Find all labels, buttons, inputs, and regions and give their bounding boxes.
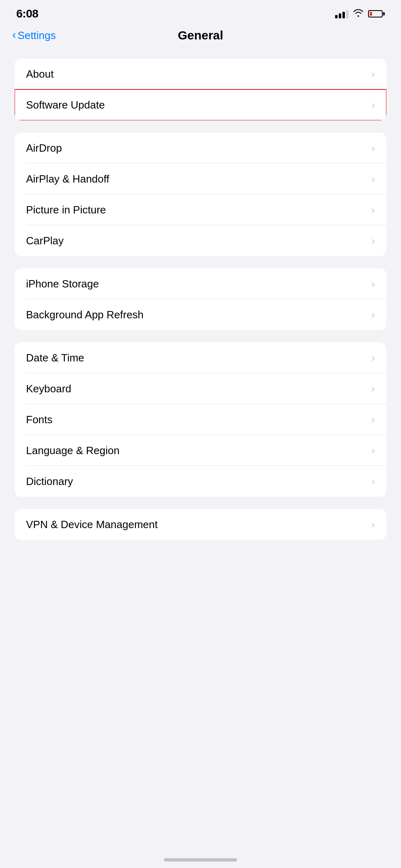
signal-bar-4: [346, 10, 349, 18]
row-keyboard[interactable]: Keyboard ›: [15, 373, 386, 404]
background-app-refresh-label: Background App Refresh: [26, 309, 144, 321]
section-vpn: VPN & Device Management ›: [15, 509, 386, 540]
software-update-chevron-icon: ›: [371, 99, 375, 111]
row-background-app-refresh[interactable]: Background App Refresh ›: [15, 299, 386, 330]
dictionary-label: Dictionary: [26, 475, 73, 488]
row-picture-in-picture[interactable]: Picture in Picture ›: [15, 194, 386, 225]
back-chevron-icon: ‹: [12, 29, 16, 41]
row-vpn-device-management[interactable]: VPN & Device Management ›: [15, 509, 386, 540]
nav-bar: ‹ Settings General: [0, 24, 401, 50]
wifi-icon: [353, 8, 364, 20]
keyboard-label: Keyboard: [26, 383, 71, 395]
vpn-device-management-label: VPN & Device Management: [26, 518, 158, 531]
about-label: About: [26, 68, 54, 80]
row-language-region[interactable]: Language & Region ›: [15, 435, 386, 466]
iphone-storage-label: iPhone Storage: [26, 278, 99, 290]
signal-bars-icon: [335, 9, 349, 18]
dictionary-chevron-icon: ›: [371, 475, 375, 488]
iphone-storage-chevron-icon: ›: [371, 278, 375, 290]
status-bar: 6:08: [0, 0, 401, 24]
row-airplay-handoff[interactable]: AirPlay & Handoff ›: [15, 163, 386, 194]
picture-in-picture-chevron-icon: ›: [371, 204, 375, 216]
battery-body: [368, 10, 383, 17]
status-time: 6:08: [16, 7, 38, 20]
picture-in-picture-label: Picture in Picture: [26, 204, 106, 216]
row-iphone-storage[interactable]: iPhone Storage ›: [15, 268, 386, 299]
signal-bar-2: [339, 13, 341, 18]
section-storage: iPhone Storage › Background App Refresh …: [15, 268, 386, 330]
row-dictionary[interactable]: Dictionary ›: [15, 466, 386, 497]
fonts-label: Fonts: [26, 413, 52, 426]
date-time-chevron-icon: ›: [371, 352, 375, 364]
background-app-refresh-chevron-icon: ›: [371, 309, 375, 321]
language-region-label: Language & Region: [26, 444, 120, 457]
page-title: General: [178, 28, 223, 42]
battery-icon: [368, 10, 385, 17]
row-date-time[interactable]: Date & Time ›: [15, 342, 386, 373]
row-about[interactable]: About ›: [15, 59, 386, 89]
airplay-handoff-label: AirPlay & Handoff: [26, 173, 109, 185]
settings-content: About › Software Update › AirDrop › AirP…: [0, 50, 401, 560]
back-button[interactable]: ‹ Settings: [12, 29, 56, 42]
fonts-chevron-icon: ›: [371, 413, 375, 426]
row-fonts[interactable]: Fonts ›: [15, 404, 386, 435]
carplay-label: CarPlay: [26, 235, 63, 247]
vpn-device-management-chevron-icon: ›: [371, 518, 375, 531]
signal-bar-3: [342, 12, 345, 18]
airdrop-chevron-icon: ›: [371, 142, 375, 154]
row-airdrop[interactable]: AirDrop ›: [15, 133, 386, 163]
battery-fill: [370, 12, 372, 16]
section-locale: Date & Time › Keyboard › Fonts › Languag…: [15, 342, 386, 497]
date-time-label: Date & Time: [26, 352, 84, 364]
airplay-handoff-chevron-icon: ›: [371, 173, 375, 185]
language-region-chevron-icon: ›: [371, 444, 375, 457]
battery-tip: [383, 12, 385, 15]
signal-bar-1: [335, 15, 338, 18]
carplay-chevron-icon: ›: [371, 235, 375, 247]
home-indicator: [164, 858, 237, 861]
section-connectivity: AirDrop › AirPlay & Handoff › Picture in…: [15, 133, 386, 256]
status-icons: [335, 8, 385, 20]
about-chevron-icon: ›: [371, 68, 375, 80]
back-label: Settings: [17, 29, 56, 42]
software-update-label: Software Update: [26, 99, 105, 111]
row-software-update[interactable]: Software Update ›: [15, 89, 386, 120]
row-carplay[interactable]: CarPlay ›: [15, 225, 386, 256]
section-about-update: About › Software Update ›: [15, 59, 386, 120]
keyboard-chevron-icon: ›: [371, 383, 375, 395]
airdrop-label: AirDrop: [26, 142, 62, 154]
